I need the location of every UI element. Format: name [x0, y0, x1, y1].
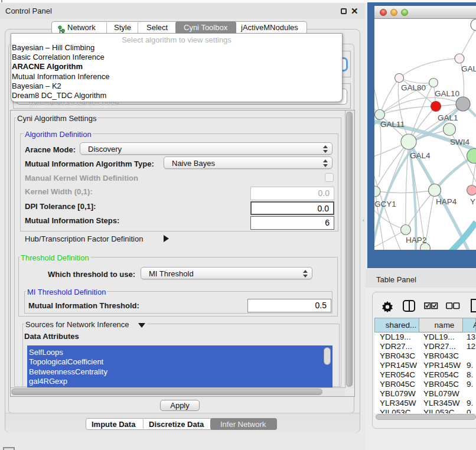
svg-text:HAP2: HAP2 [406, 236, 426, 244]
svg-text:SWI4: SWI4 [450, 138, 470, 146]
svg-text:GCY1: GCY1 [374, 200, 396, 208]
svg-text:GAL11: GAL11 [380, 120, 405, 129]
svg-text:Y: Y [470, 197, 475, 206]
svg-text:GAL1: GAL1 [438, 113, 458, 122]
svg-text:GAL80: GAL80 [401, 83, 426, 92]
svg-text:GAL4: GAL4 [410, 151, 431, 160]
svg-text:GAL10: GAL10 [435, 89, 459, 98]
svg-text:HAP4: HAP4 [436, 197, 457, 206]
svg-text:GAL8: GAL8 [461, 64, 476, 73]
